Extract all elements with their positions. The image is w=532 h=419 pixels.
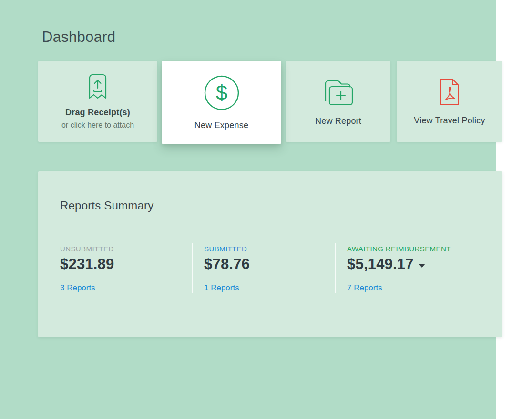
view-travel-policy-button[interactable]: View Travel Policy <box>397 61 502 142</box>
reports-summary-title: Reports Summary <box>60 199 153 212</box>
stat-awaiting-reports-link[interactable]: 7 Reports <box>347 283 382 293</box>
stat-unsubmitted-reports-link[interactable]: 3 Reports <box>60 283 95 293</box>
stat-submitted: SUBMITTED $78.76 1 Reports <box>192 243 335 293</box>
stat-unsubmitted-amount: $231.89 <box>60 256 192 273</box>
drag-receipts-title: Drag Receipt(s) <box>65 108 130 118</box>
stat-awaiting-amount: $5,149.17 <box>347 256 488 273</box>
stat-submitted-reports-link[interactable]: 1 Reports <box>204 283 239 293</box>
drag-receipts-dropzone[interactable]: Drag Receipt(s) or click here to attach <box>38 61 157 142</box>
stat-unsubmitted-label: UNSUBMITTED <box>60 245 192 253</box>
view-travel-policy-label: View Travel Policy <box>414 116 485 126</box>
pdf-document-icon <box>440 78 460 106</box>
stat-awaiting-label: AWAITING REIMBURSEMENT <box>347 245 488 253</box>
new-expense-label: New Expense <box>194 120 248 130</box>
dollar-circle-icon: $ <box>204 75 240 111</box>
caret-down-icon[interactable] <box>419 264 425 268</box>
svg-text:$: $ <box>215 81 227 104</box>
stat-awaiting-reimbursement: AWAITING REIMBURSEMENT $5,149.17 7 Repor… <box>335 243 488 293</box>
stat-submitted-label: SUBMITTED <box>204 245 335 253</box>
dashboard-page: Dashboard Drag Receipt(s) or click here … <box>0 0 532 419</box>
receipt-upload-icon <box>87 73 108 101</box>
stat-unsubmitted: UNSUBMITTED $231.89 3 Reports <box>60 243 192 293</box>
reports-summary-card: Reports Summary UNSUBMITTED $231.89 3 Re… <box>38 171 502 337</box>
stat-submitted-amount: $78.76 <box>204 256 335 273</box>
drag-receipts-subtitle: or click here to attach <box>61 121 134 130</box>
new-report-button[interactable]: New Report <box>286 61 390 142</box>
new-expense-button[interactable]: $ New Expense <box>162 61 281 144</box>
folder-plus-icon <box>321 77 356 107</box>
reports-stats-row: UNSUBMITTED $231.89 3 Reports SUBMITTED … <box>60 243 488 293</box>
reports-summary-divider <box>60 221 488 221</box>
page-title: Dashboard <box>42 28 115 47</box>
new-report-label: New Report <box>315 116 361 126</box>
